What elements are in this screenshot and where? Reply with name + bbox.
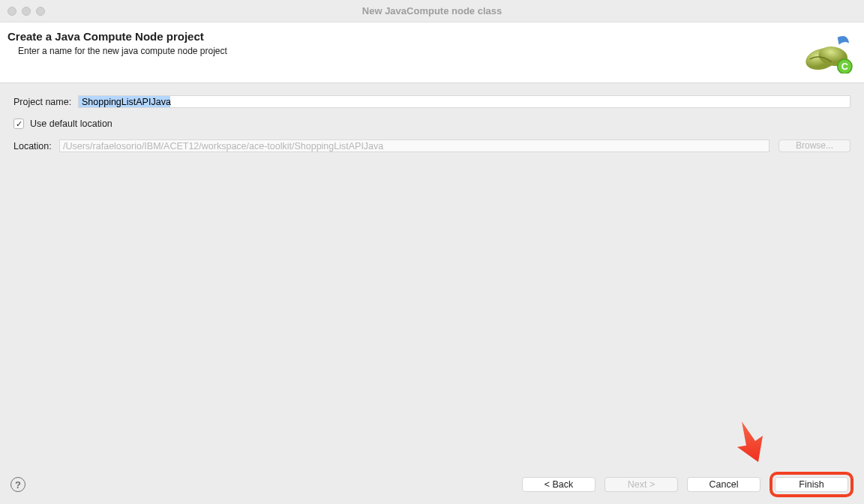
- browse-button: Browse...: [778, 140, 850, 152]
- project-name-input[interactable]: [78, 95, 850, 108]
- page-title: Create a Java Compute Node project: [8, 30, 227, 43]
- location-label: Location:: [14, 141, 59, 152]
- use-default-location-checkbox[interactable]: ✓ Use default location: [14, 118, 850, 129]
- project-name-label: Project name:: [14, 97, 78, 107]
- finish-highlight: Finish: [770, 472, 854, 497]
- wizard-content: Project name: ✓ Use default location Loc…: [0, 83, 864, 152]
- location-input: [59, 140, 770, 152]
- finish-button[interactable]: Finish: [775, 477, 848, 492]
- java-compute-icon: C: [802, 30, 854, 75]
- next-button: Next >: [604, 477, 678, 492]
- back-button[interactable]: < Back: [522, 477, 596, 492]
- cancel-button[interactable]: Cancel: [687, 477, 760, 492]
- svg-text:C: C: [842, 62, 848, 72]
- window-titlebar: New JavaCompute node class: [0, 0, 864, 22]
- window-title: New JavaCompute node class: [0, 5, 864, 16]
- help-icon[interactable]: ?: [10, 477, 26, 492]
- wizard-header: Create a Java Compute Node project Enter…: [0, 22, 864, 83]
- page-subtitle: Enter a name for the new java compute no…: [18, 46, 227, 56]
- use-default-location-label: Use default location: [30, 118, 112, 129]
- wizard-footer: ? < Back Next > Cancel Finish: [0, 471, 864, 504]
- check-icon: ✓: [14, 118, 24, 129]
- annotation-arrow-icon: [733, 418, 770, 464]
